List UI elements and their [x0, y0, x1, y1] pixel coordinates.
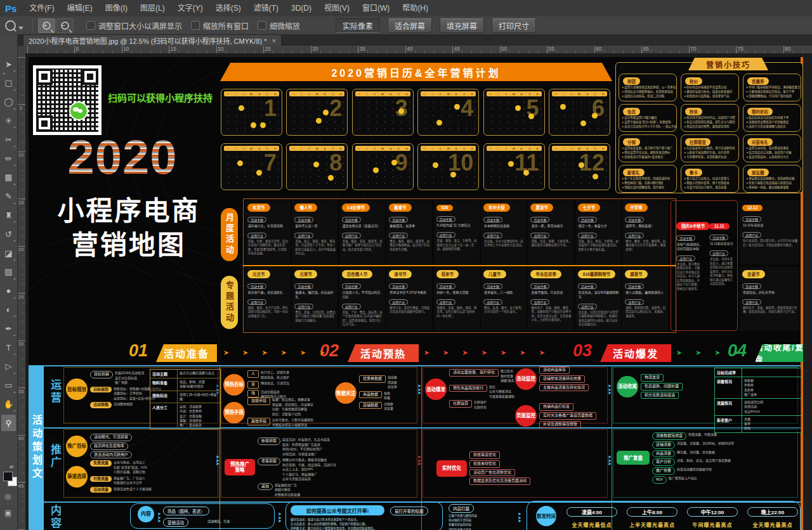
mindmap-node: 预热手段	[223, 402, 245, 423]
menu-item[interactable]: 文字(Y)	[171, 0, 209, 16]
table-cell: 消费客单转化	[742, 416, 752, 432]
document-tab[interactable]: 2020小程序电商营销地图.jpg @ 12.5% (扫码可以获得小程序扶持, …	[23, 34, 282, 46]
ruler-number: 40	[18, 436, 24, 441]
mindmap-branches: 常规手段私聊：新品预告，唤醒老客朋友圈：提前预告、内容种草社群：专属优惠提前解锁…	[247, 398, 313, 427]
menu-item[interactable]: 图像(I)	[99, 0, 134, 16]
card-title-pill: 感恩节	[625, 270, 648, 278]
quick-mask-icon[interactable]: ◎	[4, 492, 11, 501]
zoom-in-button[interactable]: +	[38, 18, 55, 33]
tip-box: 限时折扣▸临近结束适当追加库存刺激下单▸高频使用会降低用户折扣敏感度▸适用于日常…	[743, 104, 801, 132]
theme-tag: 活动主题	[342, 283, 361, 289]
tip-line: ▸邀请好友助力砍价，裂变拉新效果好	[681, 90, 738, 94]
document-canvas[interactable]: 扫码可以获得小程序扶持 2020 小程序电商 营销地图 2020营销日历&全年营…	[25, 53, 812, 530]
menu-item[interactable]: 编辑(E)	[61, 0, 99, 16]
eyedropper-tool[interactable]: ✏	[1, 150, 16, 167]
fit-screen-button[interactable]: 适合屏幕	[388, 18, 432, 33]
branch-pill: 流量数据完成度	[652, 432, 686, 440]
industry-tag: 适用行业	[436, 232, 455, 238]
screen-mode-icon[interactable]: ▣	[4, 508, 11, 517]
actual-pixels-button[interactable]: 实际像素	[336, 18, 380, 33]
lasso-tool[interactable]: ◯	[1, 94, 16, 110]
table-row: 销售情况销售额复购率毛利率推广成本	[715, 377, 801, 398]
magic-wand-tool[interactable]: ✳	[1, 112, 16, 129]
special-card: 读书节活动主题世界读书日“4.23”好书推荐适用行业图书行业、知识付费类，可借此…	[386, 267, 432, 331]
leaf-text: 浏览量、访客量、访问时长、停留时间等	[677, 441, 734, 446]
month-number: 9	[395, 152, 408, 174]
history-brush-tool[interactable]: ↺	[1, 226, 16, 242]
industry-tag: 适用行业	[247, 299, 266, 305]
menu-item[interactable]: 滤镜(T)	[247, 0, 285, 16]
dodge-tool[interactable]: ◐	[1, 301, 16, 318]
leaf-text: 执行分工、营销齐发	[261, 370, 289, 375]
theme-tag: 活动主题	[389, 283, 408, 289]
branch-pill: 其他	[258, 483, 273, 491]
menu-item[interactable]: 3D(D)	[285, 0, 318, 16]
mindmap-branches: 活动商品库存店铺整体流量转化效果主推商品流量及转化情况	[539, 366, 589, 391]
scan-caption: 扫码可以获得小程序扶持	[108, 91, 213, 104]
mindmap-branches: 活动全面放量，提升转化整点秒杀限时优惠满赠/发券预售商品尾款催付短信公众号模板消…	[449, 369, 514, 410]
polish-line: 深挖社会热点内容	[449, 527, 518, 530]
option-checkbox[interactable]: 缩放所有窗口	[191, 20, 249, 31]
swap-colors-icon[interactable]: ⇄	[10, 464, 14, 470]
options-bar: + − 调整窗口大小以满屏显示缩放所有窗口细微缩放 实际像素适合屏幕填充屏幕打印…	[0, 16, 812, 35]
special-card: 元宵节活动主题集福卡、猜灯谜，元宵送好礼适用行业食品、美妆、日用品等，如食品商户…	[292, 267, 337, 331]
special-card: 元旦节活动主题新年新气象，全民迎新礼适用行业服饰、家居、电子产品等，跨年迎新可借…	[245, 267, 291, 331]
brush-tool[interactable]: ✎	[1, 188, 16, 205]
leaf-text: 营销活动生成个人专属海报	[114, 487, 152, 492]
mindmap-cluster: 预热手段常规手段私聊：新品预告，唤醒老客朋友圈：提前预告、内容种草社群：专属优惠…	[223, 398, 313, 427]
zoom-out-button[interactable]: −	[56, 18, 74, 33]
type-tool[interactable]: T	[1, 339, 16, 356]
zoom-tool-icon[interactable]	[5, 20, 27, 31]
tip-line: ▸高频使用会降低用户折扣敏感度	[743, 120, 801, 125]
branch-leaves: 整点秒杀限时优惠满赠/发券	[501, 369, 514, 384]
card-tags: 活动主题	[245, 279, 291, 290]
move-tool[interactable]: ➤	[1, 56, 16, 72]
mindmap-branch: 新客获取裂变活动：好友助力、礼品卡裂变投放：利用朋友圈广告投放拼团+砍价，不定期…	[258, 437, 336, 456]
monthly-card: 年中大促活动主题年中购物狂欢盛典适用行业全品类，年中大促叠加618，适合冲刺上半…	[481, 200, 527, 264]
crop-tool[interactable]: ✂	[1, 131, 16, 148]
calendar-month-card: 一二三四五六日3	[352, 89, 414, 136]
calendar-banner: 2020营销日历&全年营销计划	[220, 63, 612, 81]
checkbox-box	[191, 21, 200, 30]
special-title-pill: 国庆&中秋节	[676, 222, 710, 230]
path-select-tool[interactable]: ▷	[1, 358, 16, 375]
menu-item[interactable]: 视图(V)	[318, 0, 356, 16]
zoom-tool[interactable]: ⚲	[1, 415, 16, 431]
option-checkbox[interactable]: 细微缩放	[258, 20, 300, 31]
card-theme: 白色情人节，不可错过的告白礼	[343, 290, 383, 299]
marquee-tool[interactable]: ▢	[1, 75, 16, 91]
leaf-text: 短信：沉默客户召回	[272, 412, 313, 417]
mindmap-branch: 主推商品流量及转化情况	[539, 384, 589, 392]
event-date-dot	[251, 122, 256, 128]
healing-brush-tool[interactable]: ▦	[1, 169, 16, 186]
option-checkbox[interactable]: 调整窗口大小以满屏显示	[86, 20, 182, 31]
mindmap-node: 数据关注	[335, 382, 357, 404]
fill-screen-button[interactable]: 填充屏幕	[440, 18, 484, 33]
menu-item[interactable]: 选择(S)	[209, 0, 247, 16]
title-type-line: 列举数字式：数字往往让人感觉更有真实性，并且想迫切知道事实。	[291, 526, 440, 530]
foreground-color-swatch[interactable]	[3, 472, 13, 481]
hand-tool[interactable]: ✋	[1, 396, 16, 412]
blur-tool[interactable]: ●	[1, 283, 16, 299]
tab-close-icon[interactable]: ×	[272, 37, 275, 44]
gradient-tool[interactable]: ▨	[1, 264, 16, 280]
menu-item[interactable]: 窗口(W)	[356, 0, 396, 16]
menu-item[interactable]: 图层(L)	[134, 0, 171, 16]
leaf-text: 视频号种草	[275, 488, 300, 493]
industry-tag: 适用行业	[625, 299, 644, 305]
menu-item[interactable]: 文件(F)	[23, 0, 60, 16]
mindmap-branch: 其他手段公众号推文、小程序直播预热付费投放提前小规模测试	[247, 418, 313, 427]
leaf-text: 朋友圈广告、广告达人	[114, 476, 145, 481]
mindmap-branch: 活动页广告位调整优化	[469, 469, 530, 477]
eraser-tool[interactable]: ◪	[1, 245, 16, 261]
shape-tool[interactable]: ▭	[1, 377, 16, 394]
polish-line: 有趣又好玩的内容	[449, 522, 518, 527]
menu-item[interactable]: 帮助(H)	[396, 0, 435, 16]
print-size-button[interactable]: 打印尺寸	[492, 18, 536, 33]
mindmap-node: 活动监控	[515, 368, 537, 390]
month-number: 10	[448, 152, 473, 174]
mindmap-cluster: 推广复盘流量数据完成度免费流量、付费流量店铺流量浏览量、访客量、访问时长、停留时…	[617, 432, 734, 484]
pen-tool[interactable]: ✒	[1, 320, 16, 337]
calendar-month-card: 一二三四五六日6	[549, 89, 610, 136]
clone-stamp-tool[interactable]: ♜	[1, 207, 16, 223]
